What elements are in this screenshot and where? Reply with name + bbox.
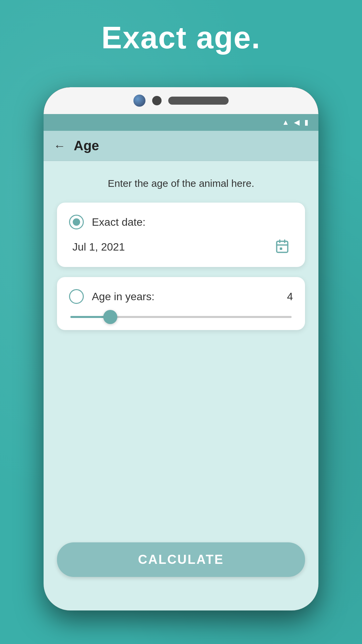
age-years-value: 4 — [287, 290, 293, 303]
phone-bottom — [44, 590, 318, 610]
subtitle-text: Enter the age of the animal here. — [57, 174, 305, 193]
app-bar-title: Age — [74, 138, 99, 153]
page-title: Exact age. — [0, 20, 362, 55]
age-years-label: Age in years: — [92, 290, 155, 303]
camera-secondary — [152, 96, 162, 105]
wifi-icon: ▲ — [282, 118, 289, 127]
date-value: Jul 1, 2021 — [72, 241, 125, 253]
exact-date-radio-fill — [73, 218, 80, 226]
date-row: Jul 1, 2021 — [69, 239, 293, 255]
exact-date-card[interactable]: Exact date: Jul 1, 2021 — [57, 203, 305, 267]
spacer — [57, 340, 305, 532]
svg-rect-4 — [280, 248, 282, 250]
signal-icon: ◀ — [294, 118, 300, 127]
slider-thumb[interactable] — [103, 310, 117, 324]
age-years-radio[interactable] — [69, 289, 84, 304]
camera-main — [133, 95, 145, 107]
age-radio-row[interactable]: Age in years: 4 — [69, 289, 293, 304]
exact-date-radio-row[interactable]: Exact date: — [69, 215, 293, 229]
speaker-bar — [168, 97, 229, 105]
status-bar: ▲ ◀ ▮ — [44, 114, 318, 131]
exact-date-radio[interactable] — [69, 215, 84, 229]
svg-rect-0 — [277, 241, 288, 252]
age-slider-container[interactable] — [69, 316, 293, 318]
slider-track — [70, 316, 292, 318]
calendar-icon[interactable] — [275, 239, 290, 255]
exact-date-label: Exact date: — [92, 216, 145, 228]
phone-top-bar — [44, 87, 318, 114]
content-area: Enter the age of the animal here. Exact … — [44, 161, 318, 590]
battery-icon: ▮ — [304, 118, 308, 127]
phone-shell: ▲ ◀ ▮ ← Age Enter the age of the animal … — [44, 87, 318, 610]
back-button[interactable]: ← — [54, 139, 66, 153]
age-years-card[interactable]: Age in years: 4 — [57, 277, 305, 330]
app-bar: ← Age — [44, 131, 318, 161]
calculate-button[interactable]: CALCULATE — [57, 542, 305, 577]
